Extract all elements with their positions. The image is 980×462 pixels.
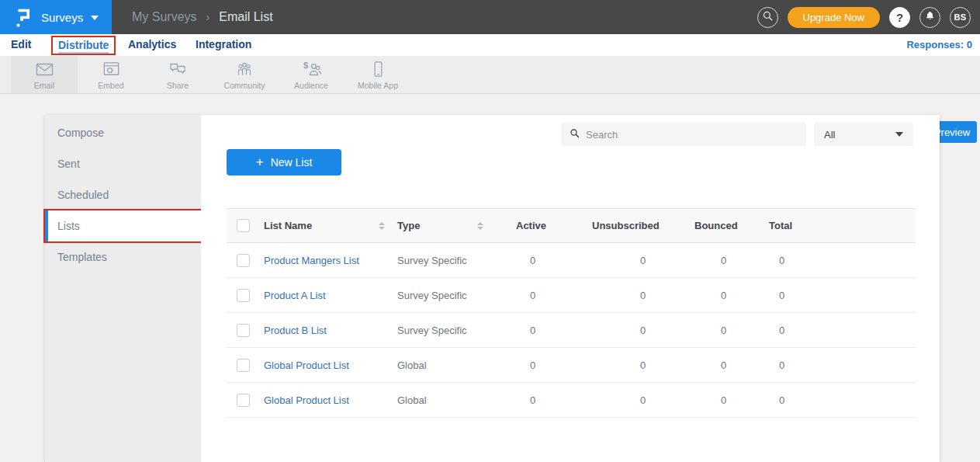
sidebar-item-templates[interactable]: Templates [45,241,201,273]
sidebar-item-lists[interactable]: Lists [45,210,201,241]
sidebar-item-compose[interactable]: Compose [45,117,201,148]
breadcrumb-my-surveys[interactable]: My Surveys [132,10,197,24]
bounced-count: 0 [694,394,769,406]
search-button[interactable] [757,7,778,28]
channel-community[interactable]: Community [211,56,278,93]
row-checkbox[interactable] [237,394,250,407]
search-icon [762,10,774,25]
bounced-count: 0 [694,360,769,371]
total-count: 0 [769,290,916,301]
channel-label: Embed [98,81,123,90]
tab-distribute[interactable]: Distribute [58,39,109,54]
list-type: Survey Specific [397,290,516,301]
share-icon [168,60,188,78]
tab-analytics[interactable]: Analytics [128,38,176,50]
breadcrumb: My Surveys › Email List [132,10,273,24]
total-count: 0 [769,360,916,371]
row-checkbox[interactable] [237,359,250,372]
active-count: 0 [516,394,592,406]
channel-share[interactable]: Share [144,56,211,93]
list-name-link[interactable]: Product B List [264,325,327,336]
list-name-link[interactable]: Product Mangers List [264,255,359,266]
list-search [561,123,806,146]
tab-integration[interactable]: Integration [196,38,251,50]
list-type: Global [397,360,516,371]
column-header-list-name[interactable]: List Name [264,220,397,231]
unsubscribed-count: 0 [592,360,694,371]
active-count: 0 [516,360,592,371]
unsubscribed-count: 0 [592,394,694,406]
row-checkbox[interactable] [237,324,250,337]
total-count: 0 [769,325,916,336]
table-header-row: List Name Type Active Unsubscribed Bounc… [227,208,916,243]
search-icon [570,127,580,141]
list-filter-dropdown[interactable]: All [814,123,913,146]
channel-label: Email [34,81,54,90]
sort-icon[interactable] [477,222,483,230]
tab-edit[interactable]: Edit [11,38,31,50]
channel-label: Community [223,81,265,90]
unsubscribed-count: 0 [592,325,694,336]
svg-text:$: $ [303,61,308,70]
responses-count[interactable]: Responses: 0 [906,39,972,50]
chevron-down-icon [91,16,99,20]
new-list-button[interactable]: + New List [227,149,341,175]
notifications-button[interactable] [919,7,940,28]
header-actions: Upgrade Now ? BS [757,7,980,28]
plus-icon: + [256,155,264,168]
avatar[interactable]: BS [950,7,971,28]
row-checkbox[interactable] [237,289,250,302]
channel-label: Mobile App [358,81,398,90]
embed-icon [102,60,121,78]
list-name-link[interactable]: Product A List [264,290,326,301]
top-header: Surveys My Surveys › Email List Upgrade … [0,0,980,34]
list-type: Survey Specific [397,255,516,266]
survey-tab-bar: Edit Distribute Analytics Integration Re… [0,34,980,56]
table-row: Global Product List Global 0 0 0 0 [227,348,916,383]
list-type: Survey Specific [397,325,516,336]
column-header-type[interactable]: Type [397,220,516,231]
channel-email[interactable]: Email [11,56,78,93]
breadcrumb-separator-icon: › [206,11,210,23]
table-row: Product Mangers List Survey Specific 0 0… [227,243,916,278]
column-header-unsubscribed: Unsubscribed [592,220,694,231]
table-row: Product B List Survey Specific 0 0 0 0 [227,313,916,348]
channel-label: Audience [294,81,328,90]
tab-distribute-annotation-box[interactable]: Distribute [51,36,116,55]
filter-selected-value: All [824,129,835,141]
bell-icon [924,10,936,25]
active-count: 0 [516,255,592,266]
help-icon: ? [896,11,903,24]
select-all-checkbox[interactable] [237,219,250,232]
email-icon [34,60,55,78]
sort-icon[interactable] [379,222,385,230]
chevron-down-icon [895,132,903,137]
email-sidebar: Compose Sent Scheduled Lists Templates [45,115,201,462]
new-list-label: New List [271,156,313,168]
sidebar-item-sent[interactable]: Sent [45,148,201,179]
row-checkbox[interactable] [237,254,250,267]
channel-audience[interactable]: $ Audience [278,56,345,93]
questionpro-logo-icon [14,7,32,28]
email-lists-card: Compose Sent Scheduled Lists Templates A… [45,115,940,462]
channel-embed[interactable]: Embed [78,56,144,93]
list-name-link[interactable]: Global Product List [264,360,349,371]
channel-mobile-app[interactable]: Mobile App [345,56,411,93]
product-switcher[interactable]: Surveys [0,0,112,34]
unsubscribed-count: 0 [592,255,694,266]
sidebar-item-scheduled[interactable]: Scheduled [45,179,201,210]
list-name-link[interactable]: Global Product List [264,394,349,406]
audience-icon: $ [301,60,322,78]
lists-panel: All + New List List Name Type Active Uns… [201,115,940,462]
upgrade-now-button[interactable]: Upgrade Now [788,7,881,28]
column-header-total: Total [769,220,916,231]
search-input[interactable] [586,129,780,141]
community-icon [234,60,255,78]
mobile-app-icon [369,60,388,78]
active-count: 0 [516,325,592,336]
lists-table: List Name Type Active Unsubscribed Bounc… [227,208,916,418]
bounced-count: 0 [694,290,769,301]
help-button[interactable]: ? [889,7,910,28]
bounced-count: 0 [694,325,769,336]
unsubscribed-count: 0 [592,290,694,301]
